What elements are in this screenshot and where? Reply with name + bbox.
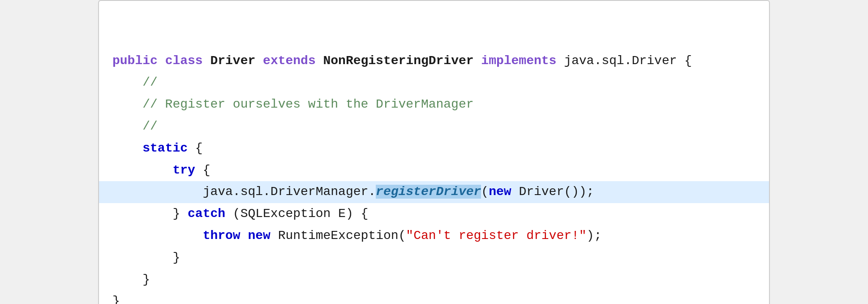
code-block: public class Driver extends NonRegisteri… xyxy=(112,10,756,304)
code-token: implements xyxy=(481,54,564,68)
code-line: } catch (SQLException E) { xyxy=(112,203,756,225)
code-line: static { xyxy=(112,138,756,160)
code-token: // xyxy=(112,75,158,89)
code-line: java.sql.DriverManager.registerDriver(ne… xyxy=(99,181,769,203)
code-token: NonRegisteringDriver xyxy=(323,54,481,68)
code-token: java.sql.Driver { xyxy=(564,54,692,68)
code-token: (SQLException E) { xyxy=(225,207,368,221)
code-token: class xyxy=(165,54,211,68)
code-line: } xyxy=(112,247,756,269)
code-line: // xyxy=(112,116,756,138)
code-token xyxy=(112,163,172,177)
code-token: } xyxy=(112,251,180,265)
code-token: try xyxy=(172,163,195,177)
code-line: throw new RuntimeException("Can't regist… xyxy=(112,225,756,247)
code-line: } xyxy=(112,291,756,304)
code-token: } xyxy=(112,273,150,287)
code-line: // xyxy=(112,72,756,94)
code-token: java.sql.DriverManager. xyxy=(112,185,376,199)
code-line: try { xyxy=(112,160,756,182)
code-line: } xyxy=(112,269,756,291)
code-token: } xyxy=(112,294,120,304)
code-token: "Can't register driver!" xyxy=(406,229,586,243)
code-token: catch xyxy=(188,207,225,221)
code-token: static xyxy=(142,141,188,155)
code-token: extends xyxy=(263,54,323,68)
code-token xyxy=(112,141,142,155)
code-token: new xyxy=(489,185,511,199)
code-token xyxy=(112,229,203,243)
code-token: RuntimeException( xyxy=(271,229,406,243)
code-token: Driver()); xyxy=(511,185,594,199)
code-line: public class Driver extends NonRegisteri… xyxy=(112,50,756,72)
code-window: public class Driver extends NonRegisteri… xyxy=(98,0,770,304)
code-token: } xyxy=(112,207,188,221)
code-token: Driver xyxy=(210,54,263,68)
code-token xyxy=(241,229,248,243)
code-token: throw xyxy=(203,229,241,243)
code-token: { xyxy=(195,163,211,177)
code-token: // xyxy=(112,119,158,133)
code-line: // Register ourselves with the DriverMan… xyxy=(112,94,756,116)
code-token: new xyxy=(248,229,270,243)
code-token: public xyxy=(112,54,165,68)
code-token: ( xyxy=(481,185,489,199)
code-token: { xyxy=(188,141,203,155)
code-token: ); xyxy=(587,229,602,243)
code-token: // Register ourselves with the DriverMan… xyxy=(112,97,474,111)
code-token: registerDriver xyxy=(376,185,481,199)
